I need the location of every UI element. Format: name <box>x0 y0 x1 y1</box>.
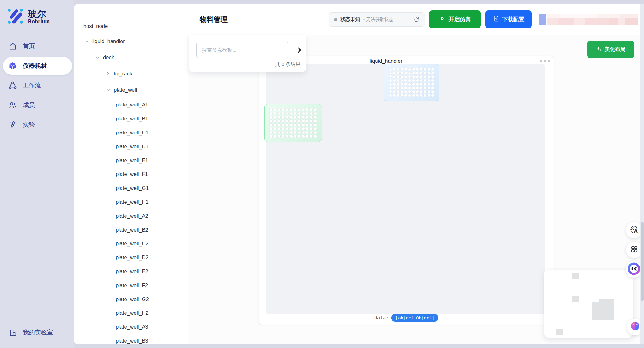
well <box>427 75 430 78</box>
tree-item-plate_well_A1[interactable]: plate_well_A1 <box>74 98 188 112</box>
well <box>286 127 289 130</box>
sidebar-item-label: 成员 <box>23 101 35 109</box>
tree-item-plate_well[interactable]: plate_well <box>74 82 188 98</box>
well <box>310 119 313 123</box>
well <box>412 75 415 78</box>
tree-item-plate_well_C1[interactable]: plate_well_C1 <box>74 126 188 140</box>
sidebar-item-0[interactable]: 首页 <box>0 36 74 56</box>
tree-item-plate_well_H1[interactable]: plate_well_H1 <box>74 195 188 209</box>
tree-item-plate_well_H2[interactable]: plate_well_H2 <box>74 306 188 320</box>
ai-assistant-button[interactable] <box>626 261 642 278</box>
well <box>427 68 430 71</box>
chevron-down-icon[interactable] <box>95 55 103 61</box>
node-menu-dots-icon[interactable] <box>540 60 550 62</box>
flow-canvas[interactable]: 共 0 条结果 liquid_handler data: [object Obj… <box>188 35 644 344</box>
start-simulation-button[interactable]: 开启仿真 <box>429 10 481 28</box>
well <box>302 135 305 138</box>
tree-item-plate_well_E2[interactable]: plate_well_E2 <box>74 265 188 279</box>
tree-item-host_node[interactable]: host_node <box>74 19 188 33</box>
tree-item-plate_well_G2[interactable]: plate_well_G2 <box>74 292 188 306</box>
tree-item-plate_well_F2[interactable]: plate_well_F2 <box>74 278 188 292</box>
sidebar-item-3[interactable]: 成员 <box>0 95 74 115</box>
group-node-liquid-handler[interactable]: liquid_handler data: [object Object] <box>259 56 554 325</box>
well <box>404 75 407 78</box>
well <box>306 127 309 130</box>
scrollbar-track <box>640 4 644 344</box>
well <box>306 131 309 134</box>
tree-item-plate_well_A2[interactable]: plate_well_A2 <box>74 209 188 223</box>
well <box>420 72 423 75</box>
sidebar-item-4[interactable]: 实验 <box>0 115 74 135</box>
well <box>298 108 301 111</box>
well-plate-blue[interactable] <box>384 64 439 101</box>
refresh-icon[interactable] <box>413 16 420 23</box>
tree-item-plate_well_G1[interactable]: plate_well_G1 <box>74 181 188 195</box>
lab-icon <box>9 328 17 337</box>
page-header: 物料管理 状态未知 - 无法获取状态 开启仿真 <box>188 4 644 35</box>
chevron-down-icon[interactable] <box>106 87 114 93</box>
tree-item-tip_rack[interactable]: tip_rack <box>74 66 188 82</box>
scrollbar-thumb[interactable] <box>641 222 644 301</box>
tree-item-liquid_handler[interactable]: liquid_handler <box>74 33 188 49</box>
well <box>423 83 427 86</box>
download-file-icon <box>493 15 499 23</box>
sidebar-item-my-lab[interactable]: 我的实验室 <box>0 323 74 342</box>
well <box>400 68 403 71</box>
main-panel: host_nodeliquid_handlerdecktip_rackplate… <box>74 4 644 344</box>
well <box>431 94 434 97</box>
tree-item-plate_well_F1[interactable]: plate_well_F1 <box>74 167 188 181</box>
search-input[interactable] <box>196 42 288 58</box>
chevron-down-icon[interactable] <box>84 39 92 44</box>
well <box>400 75 403 78</box>
tree-item-plate_well_B2[interactable]: plate_well_B2 <box>74 223 188 237</box>
sidebar-item-2[interactable]: 工作流 <box>0 76 74 95</box>
tree-item-label: plate_well <box>114 87 137 93</box>
well <box>416 72 419 75</box>
well <box>286 116 289 119</box>
well <box>314 135 317 138</box>
minimap[interactable] <box>544 270 633 338</box>
well <box>310 116 313 119</box>
well <box>274 119 277 123</box>
beautify-layout-button[interactable]: 美化布局 <box>587 41 634 58</box>
well <box>293 123 297 126</box>
tree-item-label: plate_well_G2 <box>116 296 149 302</box>
tree-item-plate_well_D2[interactable]: plate_well_D2 <box>74 251 188 265</box>
tree-item-plate_well_E1[interactable]: plate_well_E1 <box>74 153 188 167</box>
well-plate-green[interactable] <box>264 104 322 142</box>
tree-item-plate_well_D1[interactable]: plate_well_D1 <box>74 139 188 153</box>
well <box>290 123 293 126</box>
well <box>389 90 392 93</box>
well <box>310 112 313 115</box>
well <box>416 68 419 71</box>
well <box>431 75 434 78</box>
sidebar-item-1[interactable]: 仪器耗材 <box>0 56 74 76</box>
tree-item-label: plate_well_C1 <box>116 130 149 136</box>
well <box>314 112 317 115</box>
well <box>293 108 297 111</box>
chevron-right-icon[interactable] <box>106 71 114 77</box>
well <box>431 87 434 90</box>
download-config-button[interactable]: 下载配置 <box>485 10 532 28</box>
well <box>389 83 392 86</box>
loading-skeleton <box>539 14 638 25</box>
tree-item-deck[interactable]: deck <box>74 49 188 66</box>
well <box>306 123 309 126</box>
well <box>400 72 403 75</box>
collapse-arrow-icon[interactable] <box>295 46 303 54</box>
tree-item-plate_well_B1[interactable]: plate_well_B1 <box>74 112 188 126</box>
well <box>293 127 297 130</box>
well <box>412 79 415 82</box>
tree-item-label: liquid_handler <box>92 38 125 44</box>
well <box>306 119 309 123</box>
well <box>306 108 309 111</box>
well <box>306 112 309 115</box>
tree-item-label: tip_rack <box>114 71 132 77</box>
tree-item-plate_well_A3[interactable]: plate_well_A3 <box>74 320 188 334</box>
well <box>298 123 301 126</box>
tree-item-plate_well_B3[interactable]: plate_well_B3 <box>74 334 188 344</box>
well <box>290 108 293 111</box>
tree-item-plate_well_C2[interactable]: plate_well_C2 <box>74 237 188 251</box>
well <box>281 127 285 130</box>
well <box>269 135 273 138</box>
